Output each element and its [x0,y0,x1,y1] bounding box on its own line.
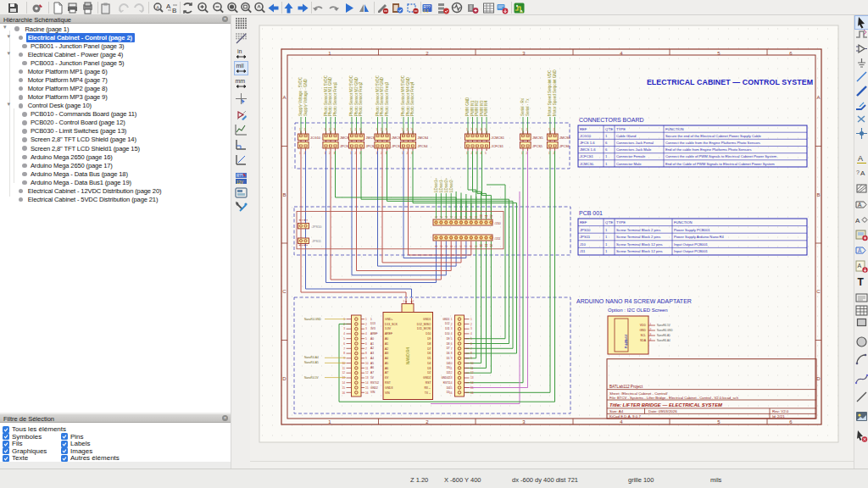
svg-text:4: 4 [450,246,453,247]
svg-text:12: 12 [342,371,345,374]
svg-text:FUNCTION: FUNCTION [674,220,693,225]
svg-text:A: A [860,169,865,177]
svg-text:10: 10 [480,214,483,218]
svg-text:15: 15 [342,386,345,390]
svg-text:A2: A2 [370,347,374,350]
svg-text:GND1: GND1 [423,318,431,321]
svg-text:A5: A5 [370,362,374,365]
svg-text:Screw Terminal Block 12 pins: Screw Terminal Block 12 pins [616,242,663,247]
svg-text:Q'TE: Q'TE [605,127,614,131]
svg-text:12: 12 [490,244,493,247]
svg-text:10: 10 [470,362,474,365]
svg-text:2: 2 [329,128,331,131]
svg-text:16: 16 [449,391,453,395]
svg-text:9: 9 [475,216,478,218]
svg-text:/J10: /J10 [495,222,501,225]
svg-text:1: 1 [403,300,405,303]
svg-text:JCMCS1: JCMCS1 [492,136,504,140]
svg-text:16: 16 [342,391,345,395]
svg-text:A: A [282,95,286,100]
svg-text:12: 12 [449,371,453,374]
svg-text:JCMCSL: JCMCSL [580,162,594,166]
svg-text:Photo Sensor M4 5VDC: Photo Sensor M4 5VDC [401,75,405,116]
svg-text:PCB 001: PCB 001 [579,210,603,216]
svg-text:D5: D5 [447,357,450,360]
svg-text:LDser1-: LDser1- [439,178,443,192]
svg-text:JPS11: JPS11 [580,235,591,239]
svg-text:7: 7 [451,347,453,351]
svg-text:A4: A4 [385,357,388,360]
svg-text:GND2: GND2 [370,386,378,390]
svg-text:D9: D9 [447,337,450,341]
svg-text:0.1: 0.1 [423,8,429,13]
svg-text:NanoR4-5V: NanoR4-5V [304,376,320,380]
svg-text:D: D [816,376,821,381]
svg-text:GND3: GND3 [385,386,393,390]
svg-text:3: 3 [334,128,336,131]
svg-text:6V: 6V [385,376,389,380]
svg-text:mil: mil [236,63,244,69]
svg-text:9: 9 [343,357,345,360]
svg-text:NanoR4-A5: NanoR4-A5 [304,361,319,364]
svg-text:7: 7 [465,246,468,247]
svg-text:D0: D0 [447,386,450,390]
svg-text:RST: RST [426,381,431,385]
svg-text:11: 11 [485,244,488,247]
svg-text:A5: A5 [385,362,388,365]
svg-text:NanoR4-A4: NanoR4-A4 [657,339,670,342]
svg-text:1: 1 [350,128,352,131]
svg-text:D4: D4 [427,362,431,365]
svg-text:Input Output PCB001: Input Output PCB001 [674,242,708,247]
svg-text:CONNECTORS BOARD: CONNECTORS BOARD [579,117,644,123]
svg-text:Screw Terminal Block 2 pins: Screw Terminal Block 2 pins [616,235,660,239]
svg-text:Serial - Rx: Serial - Rx [520,97,525,116]
svg-text:6: 6 [470,342,472,346]
svg-text:3V3: 3V3 [370,327,376,330]
svg-text:RST1: RST1 [443,381,450,385]
svg-text:5: 5 [454,216,458,218]
svg-text:PWM M1: PWM M1 [470,100,475,116]
svg-text:D13: D13 [370,322,376,325]
svg-text:ARDUINO NANO R4 SCREW ADAPTATE: ARDUINO NANO R4 SCREW ADAPTATER [576,298,692,304]
svg-text:AREF: AREF [385,332,392,336]
svg-text:3: 3 [451,327,453,330]
svg-text:NanoR4-5V: NanoR4-5V [657,324,670,327]
svg-text:JPS11: JPS11 [312,240,321,243]
svg-text:8: 8 [343,352,345,355]
svg-text:End of the cable from Engine P: End of the cable from Engine Platforms P… [665,147,752,152]
svg-text:A: A [858,202,862,208]
svg-text:A: A [816,95,820,100]
svg-text:D12: D12 [445,322,450,325]
svg-text:Photo Sensor Freq2: Photo Sensor Freq2 [359,81,363,116]
svg-text:3: 3 [343,327,345,330]
svg-text:10: 10 [449,362,453,365]
svg-text:5: 5 [451,337,453,341]
svg-text:12: 12 [490,214,493,218]
svg-text:RX←: RX← [424,386,431,390]
svg-text:D6: D6 [447,352,450,355]
svg-text:13: 13 [470,376,474,380]
svg-text:in: in [237,48,242,54]
svg-text:D8: D8 [447,342,450,346]
svg-text:5: 5 [470,337,472,341]
svg-text:3: 3 [411,128,413,131]
svg-text:B: B [816,192,820,197]
svg-text:Photo Sensor M1 GND: Photo Sensor M1 GND [328,76,332,116]
svg-text:A6: A6 [370,366,374,369]
svg-text:VIN: VIN [385,391,390,395]
svg-text:D11_MOSI: D11_MOSI [417,327,431,330]
svg-text:5: 5 [454,246,458,247]
svg-text:TX→: TX→ [425,391,431,395]
svg-text:A: A [858,247,862,253]
svg-text:6: 6 [451,342,453,346]
svg-text:JPCS5: JPCS5 [532,145,542,148]
svg-text:1: 1 [470,318,472,321]
svg-text:A2: A2 [385,347,388,351]
svg-text:JCG10: JCG10 [580,134,592,138]
svg-text:14: 14 [470,381,474,385]
svg-text:JPS10: JPS10 [580,228,591,232]
svg-text:Photo Sensor M2 5VDC: Photo Sensor M2 5VDC [349,75,353,116]
svg-text:14: 14 [449,381,453,385]
svg-text:14: 14 [365,381,369,385]
svg-text:Connectors Jack Male: Connectors Jack Male [616,147,652,152]
